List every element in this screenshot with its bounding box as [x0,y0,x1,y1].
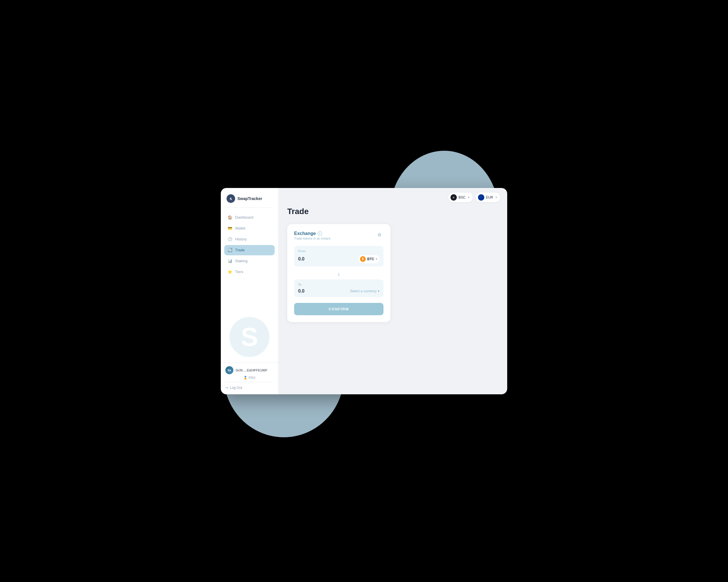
from-amount-input[interactable] [298,256,321,262]
sidebar-divider [227,207,272,208]
to-currency-selector[interactable]: Select a currency ▾ [350,289,380,293]
sidebar-item-trade[interactable]: 🔄 Trade [224,245,275,255]
swap-arrow[interactable]: ↓ [294,269,384,279]
page-body: Trade Exchange i Trade tokens in an inst… [278,207,507,394]
tiers-icon: ⭐ [228,270,232,274]
avatar: 0x [225,366,233,374]
sidebar-item-dashboard[interactable]: 🏠 Dashboard [224,212,275,223]
exchange-title: Exchange [294,231,316,236]
to-currency-placeholder: Select a currency [350,289,376,293]
sidebar-item-tiers-label: Tiers [235,270,243,274]
badge-text: PRO [249,376,256,379]
sidebar-item-dashboard-label: Dashboard [235,215,254,220]
from-currency-label: BTC [367,257,374,261]
sidebar-item-wallet-label: Wallet [235,226,245,230]
from-currency-arrow: ▾ [376,257,377,260]
sidebar: s SwapTracker 🏠 Dashboard 💳 Wallet 🕐 His… [221,188,278,394]
trade-icon: 🔄 [228,248,232,252]
network-label: BSC [459,196,466,199]
to-row: Select a currency ▾ [298,288,380,294]
card-title-row: Exchange i [294,231,330,236]
from-row: ₿ BTC ▾ [298,255,380,263]
from-currency-selector[interactable]: ₿ BTC ▾ [359,255,380,263]
btc-icon: ₿ [360,256,366,262]
logout-button[interactable]: ↪ Log Out [225,384,274,391]
app-window: s SwapTracker 🏠 Dashboard 💳 Wallet 🕐 His… [221,188,507,394]
sidebar-item-staking-label: Staking [235,259,248,263]
currency-selector[interactable]: 🇪🇺 EUR ▾ [476,193,500,202]
to-label: To [298,283,380,286]
currency-dropdown-arrow: ▾ [495,196,497,199]
wallet-icon: 💳 [228,226,232,231]
card-title-area: Exchange i Trade tokens in an instant [294,231,330,240]
exchange-card: Exchange i Trade tokens in an instant ⚙ … [287,224,390,322]
header: ◈ BSC ▾ 🇪🇺 EUR ▾ [278,188,507,207]
from-label: From [298,249,380,253]
sidebar-item-staking[interactable]: 📊 Staking [224,256,275,266]
logout-icon: ↪ [225,386,228,390]
logout-label: Log Out [230,386,242,390]
user-info: 0x 0x39.....Ed24FFE186F [225,366,274,374]
sidebar-item-history[interactable]: 🕐 History [224,234,275,245]
badge-icon: 🏅 [243,376,248,380]
sidebar-divider2 [225,382,274,382]
confirm-button[interactable]: CONFIRM [294,303,384,315]
sidebar-item-trade-label: Trade [235,248,244,252]
dashboard-icon: 🏠 [228,215,232,220]
sidebar-bottom: 0x 0x39.....Ed24FFE186F 🏅 PRO ↪ Log Out [221,362,278,394]
logo-area: s SwapTracker [221,188,278,207]
to-field: To Select a currency ▾ [294,279,384,297]
sidebar-item-wallet[interactable]: 💳 Wallet [224,223,275,233]
main-content: ◈ BSC ▾ 🇪🇺 EUR ▾ Trade [278,188,507,394]
swap-down-icon: ↓ [338,271,340,277]
sidebar-item-tiers[interactable]: ⭐ Tiers [224,267,275,277]
bsc-icon: ◈ [450,194,457,201]
logo-icon: s [227,194,235,203]
to-currency-arrow: ▾ [378,289,380,293]
history-icon: 🕐 [228,237,232,242]
from-field: From ₿ BTC ▾ [294,246,384,267]
network-selector[interactable]: ◈ BSC ▾ [448,193,473,202]
watermark-letter: S [241,324,258,350]
app-name: SwapTracker [237,196,262,201]
settings-icon[interactable]: ⚙ [375,231,384,239]
currency-label: EUR [486,196,493,199]
eur-flag-icon: 🇪🇺 [478,194,484,201]
sidebar-item-history-label: History [235,237,246,241]
info-icon[interactable]: i [318,231,322,236]
page-title: Trade [287,207,498,216]
exchange-subtitle: Trade tokens in an instant [294,237,330,240]
network-dropdown-arrow: ▾ [468,196,469,199]
user-address: 0x39.....Ed24FFE186F [236,369,267,372]
user-badge-area: 🏅 PRO [225,376,274,380]
to-amount-input[interactable] [298,288,321,294]
card-header: Exchange i Trade tokens in an instant ⚙ [294,231,384,240]
staking-icon: 📊 [228,259,232,263]
sidebar-watermark: S [229,317,269,357]
